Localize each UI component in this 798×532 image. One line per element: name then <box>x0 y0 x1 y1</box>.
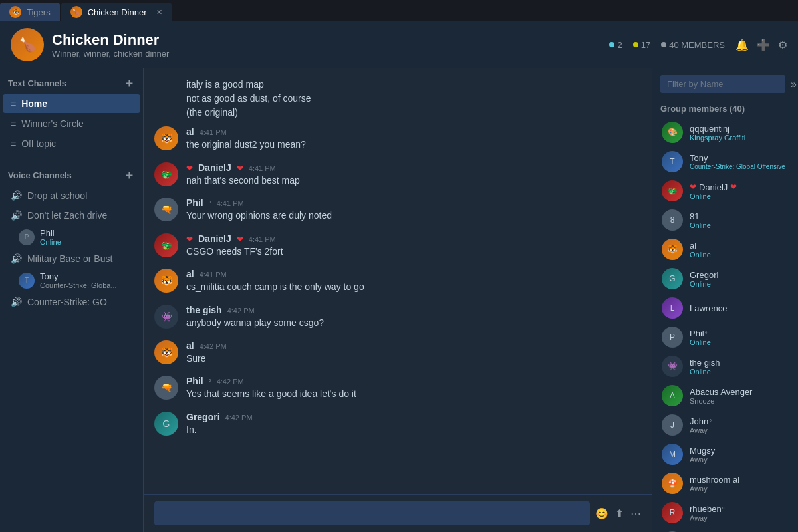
tab-close-icon[interactable]: ✕ <box>156 8 162 17</box>
message-gish-content: the gish 4:42 PM anybody wanna play some… <box>186 305 641 330</box>
message-al-2-author: al <box>186 269 194 279</box>
sidebar: Text Channels ＋ ≡ Home ≡ Winner's Circle… <box>0 68 144 532</box>
member-gregori[interactable]: G Gregori Online <box>656 264 794 293</box>
tab-tigers[interactable]: 🐯 Tigers <box>0 3 60 21</box>
member-scottd[interactable]: S ScottD Snooze <box>656 527 794 532</box>
message-phil-1-superscript: ° <box>209 200 211 207</box>
member-81-info: 81 Online <box>690 211 711 229</box>
message-al-2: 🐯 al 4:41 PM cs_militia couch camp is th… <box>154 269 641 294</box>
tab-chicken-dinner[interactable]: 🍗 Chicken Dinner ✕ <box>61 3 172 21</box>
channel-home[interactable]: ≡ Home <box>3 94 140 113</box>
add-text-channel-icon[interactable]: ＋ <box>123 75 135 91</box>
message-gish-header: the gish 4:42 PM <box>186 305 641 315</box>
ingame-stat: 17 <box>633 40 650 50</box>
voice-military-base[interactable]: 🔊 Military Base or Bust <box>3 249 140 268</box>
member-john[interactable]: J John ° Away <box>656 410 794 440</box>
voice-dont-let-zach[interactable]: 🔊 Don't let Zach drive <box>3 206 140 225</box>
voice-channels-header: Voice Channels ＋ <box>0 160 143 186</box>
member-phil[interactable]: P Phil ° Online <box>656 323 794 352</box>
channel-winners-circle-label: Winner's Circle <box>21 118 84 129</box>
channel-winners-circle[interactable]: ≡ Winner's Circle <box>3 114 140 133</box>
message-danielj-1-time: 4:41 PM <box>249 164 276 172</box>
voice-icon-4: 🔊 <box>11 297 22 307</box>
voice-csgo[interactable]: 🔊 Counter-Strike: GO <box>3 293 140 311</box>
emoji-icon[interactable]: 😊 <box>595 507 608 520</box>
member-lawrence-avatar: L <box>662 297 683 319</box>
message-phil-1-avatar: 🔫 <box>154 198 178 221</box>
member-qqquentinj[interactable]: 🎨 qqquentinj Kingspray Graffiti <box>656 118 794 147</box>
member-gregori-name: Gregori <box>690 270 718 280</box>
member-mugsy-info: Mugsy Away <box>690 446 715 464</box>
member-danielj-avatar: 🐲 <box>662 180 683 201</box>
voice-member-phil-avatar: P <box>19 229 35 245</box>
member-abacus[interactable]: A Abacus Avenger Snooze <box>656 381 794 410</box>
voice-member-tony-info: Tony Counter-Strike: Globa... <box>40 271 117 289</box>
message-phil-2-superscript: ° <box>209 378 211 386</box>
member-81[interactable]: 8 81 Online <box>656 205 794 235</box>
members-list: 🎨 qqquentinj Kingspray Graffiti T Tony C… <box>652 118 798 532</box>
member-danielj-info: ❤ DanielJ ❤ Online <box>690 182 737 200</box>
member-lawrence[interactable]: L Lawrence <box>656 293 794 323</box>
member-john-info: John ° Away <box>690 416 712 434</box>
member-al-info: al Online <box>690 241 711 259</box>
member-mushroom-al-info: mushroom al Away <box>690 475 739 493</box>
member-al-name: al <box>690 241 711 251</box>
member-mushroom-al[interactable]: 🍄 mushroom al Away <box>656 469 794 498</box>
channel-off-topic[interactable]: ≡ Off topic <box>3 134 140 153</box>
members-expand-icon[interactable]: » <box>791 78 797 90</box>
message-al-1-avatar: 🐯 <box>154 126 178 150</box>
message-gregori: G Gregori 4:42 PM In. <box>154 412 641 437</box>
voice-csgo-label: Counter-Strike: GO <box>27 297 107 307</box>
chat-input[interactable] <box>154 501 590 525</box>
upload-icon[interactable]: ⬆ <box>615 507 624 520</box>
more-icon[interactable]: ⋯ <box>630 507 641 520</box>
member-danielj[interactable]: 🐲 ❤ DanielJ ❤ Online <box>656 176 794 205</box>
member-tony-status: Counter-Strike: Global Offensive <box>690 163 785 170</box>
voice-military-label: Military Base or Bust <box>27 253 112 264</box>
settings-icon[interactable]: ⚙ <box>778 39 787 51</box>
member-danielj-heart2: ❤ <box>730 182 737 192</box>
members-filter-input[interactable] <box>660 75 785 93</box>
member-rhueben-avatar: R <box>662 502 683 523</box>
member-mugsy-avatar: M <box>662 444 683 465</box>
member-mugsy[interactable]: M Mugsy Away <box>656 440 794 469</box>
message-al-1-header: al 4:41 PM <box>186 126 641 137</box>
voice-member-phil: P Phil Online <box>0 225 143 249</box>
member-abacus-status: Snooze <box>690 397 752 405</box>
text-channels-label: Text Channels <box>8 78 66 88</box>
member-tony[interactable]: T Tony Counter-Strike: Global Offensive <box>656 147 794 176</box>
message-phil-1-text: Your wrong opinions are duly noted <box>186 209 641 223</box>
message-danielj-1-avatar: 🐲 <box>154 162 178 186</box>
voice-member-tony-avatar: T <box>19 273 35 289</box>
members-sidebar: » Group members (40) 🎨 qqquentinj Kingsp… <box>652 68 798 532</box>
notifications-icon[interactable]: 🔔 <box>735 39 749 51</box>
members-dot <box>661 42 666 47</box>
message-gregori-text: In. <box>186 424 641 437</box>
member-mushroom-al-avatar: 🍄 <box>662 473 683 494</box>
message-danielj-1-text: nah that's second best map <box>186 174 641 188</box>
voice-drop-at-school[interactable]: 🔊 Drop at school <box>3 186 140 205</box>
add-voice-channel-icon[interactable]: ＋ <box>123 167 135 183</box>
member-abacus-name: Abacus Avenger <box>690 387 752 397</box>
member-tony-avatar: T <box>662 151 683 172</box>
message-danielj-2-header: ❤ DanielJ ❤ 4:41 PM <box>186 233 641 244</box>
message-danielj-2-author: DanielJ <box>198 233 231 244</box>
member-lawrence-info: Lawrence <box>690 303 727 313</box>
add-friend-icon[interactable]: ➕ <box>757 39 770 51</box>
danielj-heart-1: ❤ <box>186 164 193 173</box>
message-al-3: 🐯 al 4:42 PM Sure <box>154 340 641 366</box>
member-gish[interactable]: 👾 the gish Online <box>656 352 794 381</box>
message-al-2-header: al 4:41 PM <box>186 269 641 279</box>
member-rhueben[interactable]: R rhueben ° Away <box>656 498 794 527</box>
message-danielj-2-time: 4:41 PM <box>249 235 276 243</box>
message-al-1-text: the original dust2 you mean? <box>186 138 641 152</box>
message-phil-1-time: 4:41 PM <box>217 200 244 207</box>
message-phil-2-author: Phil <box>186 376 203 386</box>
message-phil-2-text: Yes that seems like a good idea let's do… <box>186 388 641 401</box>
member-81-status: Online <box>690 221 711 229</box>
member-rhueben-status: Away <box>690 514 725 522</box>
member-al[interactable]: 🐯 al Online <box>656 235 794 264</box>
chat-area: italy is a good map not as good as dust,… <box>144 68 652 532</box>
member-rhueben-name: rhueben <box>690 504 722 514</box>
message-gregori-author: Gregori <box>186 412 220 422</box>
